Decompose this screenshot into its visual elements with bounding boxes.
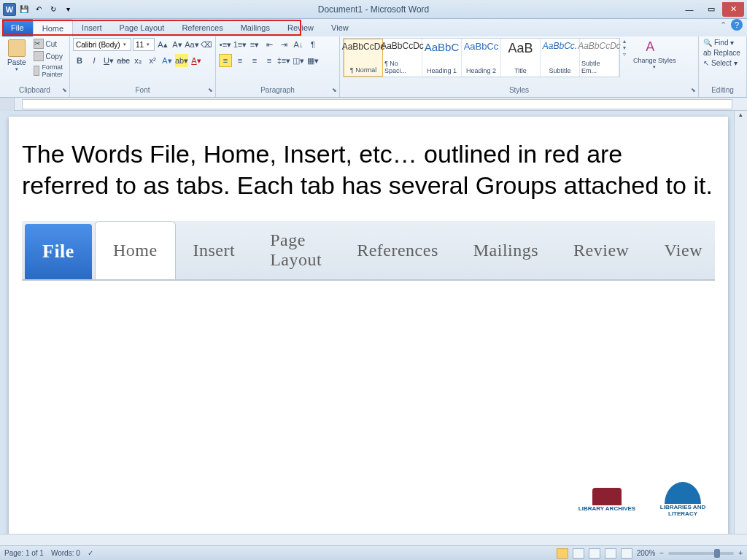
view-outline-button[interactable] bbox=[605, 548, 616, 559]
show-marks-button[interactable]: ¶ bbox=[306, 38, 320, 51]
paragraph-launcher-icon[interactable]: ⬊ bbox=[332, 87, 337, 93]
text-effects-button[interactable]: A▾ bbox=[160, 54, 174, 67]
ribbon: Paste ▾ ✂Cut Copy Format Painter Clipboa… bbox=[0, 36, 747, 98]
select-button[interactable]: ↖Select▾ bbox=[702, 58, 742, 68]
increase-indent-button[interactable]: ⇥ bbox=[277, 38, 290, 51]
align-right-button[interactable]: ≡ bbox=[248, 54, 261, 67]
font-group-label: Font bbox=[135, 86, 150, 94]
ribbon-tabs: File Home Insert Page Layout References … bbox=[0, 19, 747, 36]
help-icon[interactable]: ? bbox=[731, 19, 743, 31]
view-web-layout-button[interactable] bbox=[589, 548, 600, 559]
styles-launcher-icon[interactable]: ⬊ bbox=[691, 87, 696, 93]
tab-insert[interactable]: Insert bbox=[73, 19, 111, 36]
italic-button[interactable]: I bbox=[88, 54, 101, 67]
numbering-button[interactable]: 1≡▾ bbox=[233, 38, 247, 51]
document-page[interactable]: The Words File, Home, Insert, etc… outli… bbox=[9, 117, 728, 540]
line-spacing-button[interactable]: ‡≡▾ bbox=[277, 54, 290, 67]
change-case-button[interactable]: Aa▾ bbox=[185, 38, 198, 51]
tab-home[interactable]: Home bbox=[33, 19, 73, 36]
group-editing: 🔍Find▾ abReplace ↖Select▾ Editing bbox=[699, 36, 747, 97]
copy-button[interactable]: Copy bbox=[32, 50, 69, 62]
style-normal[interactable]: AaBbCcDc¶ Normal bbox=[344, 39, 383, 77]
zoom-out-button[interactable]: − bbox=[659, 549, 664, 557]
vertical-scrollbar[interactable]: ▴ bbox=[734, 111, 747, 545]
tab-page-layout[interactable]: Page Layout bbox=[111, 19, 174, 36]
tab-references[interactable]: References bbox=[173, 19, 231, 36]
undo-icon[interactable]: ↶ bbox=[32, 3, 45, 16]
font-color-button[interactable]: A▾ bbox=[190, 54, 203, 67]
redo-icon[interactable]: ↻ bbox=[47, 3, 60, 16]
replace-icon: ab bbox=[703, 49, 711, 57]
style-gallery-more[interactable]: ▴▾▿ bbox=[622, 38, 627, 58]
grow-font-button[interactable]: A▴ bbox=[156, 38, 169, 51]
paste-label: Paste bbox=[7, 58, 26, 66]
scroll-up-icon[interactable]: ▴ bbox=[735, 111, 747, 122]
status-page[interactable]: Page: 1 of 1 bbox=[4, 549, 44, 557]
status-bar: Page: 1 of 1 Words: 0 ✓ 200% − + bbox=[0, 545, 747, 560]
align-left-button[interactable]: ≡ bbox=[219, 54, 232, 67]
horizontal-ruler[interactable] bbox=[0, 98, 747, 111]
ruler-corner[interactable] bbox=[0, 98, 15, 111]
style-subtitle[interactable]: AaBbCc.Subtitle bbox=[541, 39, 580, 77]
tab-mailings[interactable]: Mailings bbox=[232, 19, 279, 36]
paste-button[interactable]: Paste ▾ bbox=[3, 38, 31, 74]
minimize-ribbon-icon[interactable]: ⌃ bbox=[720, 20, 727, 30]
replace-button[interactable]: abReplace bbox=[702, 48, 742, 58]
view-print-layout-button[interactable] bbox=[557, 548, 568, 559]
multilevel-button[interactable]: ≡▾ bbox=[248, 38, 261, 51]
font-launcher-icon[interactable]: ⬊ bbox=[208, 87, 213, 93]
align-center-button[interactable]: ≡ bbox=[233, 54, 247, 67]
format-painter-icon bbox=[34, 66, 40, 76]
justify-button[interactable]: ≡ bbox=[263, 54, 276, 67]
horizontal-scrollbar[interactable] bbox=[0, 534, 747, 545]
zoom-thumb[interactable] bbox=[714, 549, 720, 558]
qat-customize-icon[interactable]: ▾ bbox=[61, 3, 74, 16]
change-styles-button[interactable]: A Change Styles ▾ bbox=[629, 38, 681, 71]
close-button[interactable]: ✕ bbox=[722, 2, 744, 17]
style-gallery[interactable]: AaBbCcDc¶ Normal AaBbCcDc¶ No Spaci... A… bbox=[343, 38, 620, 77]
shading-button[interactable]: ◫▾ bbox=[292, 54, 305, 67]
group-font: Calibri (Body)▾ 11▾ A▴ A▾ Aa▾ ⌫ B I U▾ a… bbox=[70, 36, 216, 97]
copy-icon bbox=[34, 51, 44, 61]
view-full-screen-button[interactable] bbox=[573, 548, 584, 559]
superscript-button[interactable]: x² bbox=[146, 54, 159, 67]
view-draft-button[interactable] bbox=[621, 548, 632, 559]
font-name-combo[interactable]: Calibri (Body)▾ bbox=[73, 38, 131, 51]
highlight-button[interactable]: ab▾ bbox=[175, 54, 188, 67]
tab-view[interactable]: View bbox=[322, 19, 357, 36]
find-button[interactable]: 🔍Find▾ bbox=[702, 38, 742, 47]
quick-access-toolbar: W 💾 ↶ ↻ ▾ bbox=[0, 3, 74, 16]
subscript-button[interactable]: x₂ bbox=[131, 54, 144, 67]
clipboard-launcher-icon[interactable]: ⬊ bbox=[62, 87, 67, 93]
style-subtle-em[interactable]: AaBbCcDcSubtle Em... bbox=[580, 39, 619, 77]
shrink-font-button[interactable]: A▾ bbox=[171, 38, 184, 51]
zoom-in-button[interactable]: + bbox=[738, 549, 743, 557]
strikethrough-button[interactable]: abc bbox=[117, 54, 130, 67]
style-heading-2[interactable]: AaBbCcHeading 2 bbox=[462, 39, 501, 77]
minimize-button[interactable]: — bbox=[678, 2, 700, 17]
style-heading-1[interactable]: AaBbCHeading 1 bbox=[422, 39, 462, 77]
style-title[interactable]: AaBTitle bbox=[501, 39, 541, 77]
status-words[interactable]: Words: 0 bbox=[51, 549, 80, 557]
cut-button[interactable]: ✂Cut bbox=[32, 38, 69, 50]
status-zoom[interactable]: 200% bbox=[637, 549, 656, 557]
sort-button[interactable]: A↓ bbox=[292, 38, 305, 51]
word-app-icon[interactable]: W bbox=[3, 3, 16, 16]
decrease-indent-button[interactable]: ⇤ bbox=[263, 38, 276, 51]
format-painter-button[interactable]: Format Painter bbox=[32, 63, 69, 79]
tab-review[interactable]: Review bbox=[279, 19, 322, 36]
style-no-spacing[interactable]: AaBbCcDc¶ No Spaci... bbox=[383, 39, 422, 77]
underline-button[interactable]: U▾ bbox=[102, 54, 115, 67]
save-icon[interactable]: 💾 bbox=[18, 3, 31, 16]
bold-button[interactable]: B bbox=[73, 54, 86, 67]
group-clipboard: Paste ▾ ✂Cut Copy Format Painter Clipboa… bbox=[0, 36, 70, 97]
clear-formatting-button[interactable]: ⌫ bbox=[200, 38, 213, 51]
find-icon: 🔍 bbox=[703, 39, 712, 47]
borders-button[interactable]: ▦▾ bbox=[306, 54, 320, 67]
status-proofing-icon[interactable]: ✓ bbox=[88, 549, 93, 557]
maximize-button[interactable]: ▭ bbox=[700, 2, 722, 17]
zoom-slider[interactable] bbox=[668, 552, 734, 555]
bullets-button[interactable]: •≡▾ bbox=[219, 38, 232, 51]
tab-file[interactable]: File bbox=[2, 19, 33, 36]
font-size-combo[interactable]: 11▾ bbox=[133, 38, 155, 51]
